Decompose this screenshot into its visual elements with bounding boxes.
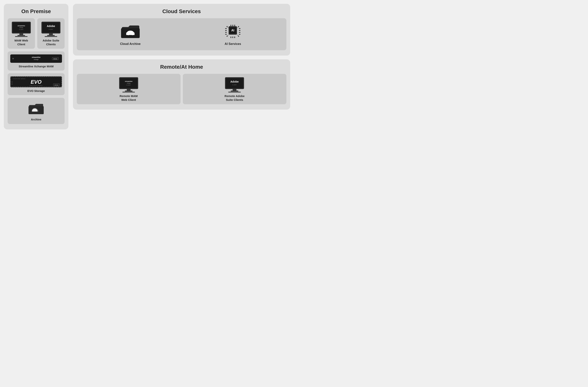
svg-rect-54 <box>239 28 240 29</box>
svg-rect-71 <box>127 89 130 91</box>
svg-rect-45 <box>232 25 233 26</box>
svg-rect-47 <box>231 37 231 38</box>
cloud-archive-icon <box>120 23 141 40</box>
svg-rect-13 <box>47 35 55 36</box>
svg-rect-56 <box>239 32 240 33</box>
cloud-archive-item: Cloud Archive <box>81 23 180 46</box>
cloud-inner: Cloud Archive AI <box>77 18 286 50</box>
svg-rect-12 <box>49 33 53 35</box>
svg-point-24 <box>12 81 13 82</box>
svg-text:streamline: streamline <box>18 25 25 27</box>
mam-monitor: streamline Xchange CLIENT <box>11 21 32 37</box>
svg-rect-72 <box>125 91 132 91</box>
remote-adobe-card: Adobe CLIENT Remote AdobeSuite Clients <box>183 74 287 104</box>
archive-label: Archive <box>31 118 41 121</box>
adobe-client-label: Adobe SuiteClients <box>42 39 59 46</box>
remote-adobe-monitor: Adobe CLIENT <box>224 76 245 93</box>
remote-mam-card: streamline Xchange CLIENT Remote MAMWeb … <box>77 74 181 104</box>
svg-rect-51 <box>225 30 227 31</box>
svg-rect-5 <box>19 33 23 35</box>
remote-streamline-monitor: streamline Xchange CLIENT <box>118 76 139 93</box>
streamline-monitor-svg: streamline Xchange CLIENT <box>11 21 32 37</box>
svg-rect-80 <box>228 92 241 92</box>
svg-text:Xchange: Xchange <box>19 27 23 28</box>
svg-rect-6 <box>18 35 25 36</box>
remote-inner: streamline Xchange CLIENT Remote MAMWeb … <box>77 74 286 104</box>
svg-rect-48 <box>232 37 233 38</box>
mam-client-card: streamline Xchange CLIENT MAM WebClient <box>8 18 35 49</box>
evo-server-card: SIGNATURE SERIES EVO studio network solu… <box>8 73 65 95</box>
cloud-archive-label: Cloud Archive <box>120 42 141 46</box>
svg-rect-40 <box>126 33 135 35</box>
svg-text:studio network solutions: studio network solutions <box>30 85 43 86</box>
svg-rect-73 <box>122 92 135 92</box>
mam-label: Streamline Xchange MAM <box>19 65 53 68</box>
remote-adobe-label: Remote AdobeSuite Clients <box>225 94 245 102</box>
main-layout: On Premise streamline Xchange CLIENT <box>4 4 290 129</box>
adobe-monitor: Adobe CLIENT <box>41 21 61 37</box>
svg-text:streamline: streamline <box>125 80 133 82</box>
right-col: Cloud Services Cloud Arch <box>73 4 290 110</box>
svg-rect-44 <box>231 25 231 26</box>
svg-rect-50 <box>225 28 227 29</box>
evo-label: EVO Storage <box>27 89 45 92</box>
svg-line-65 <box>237 35 238 36</box>
svg-rect-49 <box>234 37 235 38</box>
svg-rect-78 <box>233 89 236 91</box>
svg-text:ROSS: ROSS <box>55 84 59 86</box>
svg-rect-46 <box>234 25 235 26</box>
svg-text:EVO: EVO <box>31 79 42 85</box>
on-premise-panel: On Premise streamline Xchange CLIENT <box>4 4 68 129</box>
svg-text:AI: AI <box>231 29 234 32</box>
evo-svg: SIGNATURE SERIES EVO studio network solu… <box>11 76 62 87</box>
svg-text:CLIENT: CLIENT <box>19 29 23 30</box>
adobe-client-card: Adobe CLIENT Adobe SuiteClients <box>37 18 65 49</box>
svg-rect-52 <box>225 32 227 33</box>
svg-text:CLIENT: CLIENT <box>126 85 131 86</box>
remote-title: Remote/At Home <box>77 64 286 70</box>
mam-server-svg: streamline Xchange ROSS <box>10 54 62 63</box>
cloud-panel: Cloud Services Cloud Arch <box>73 4 290 56</box>
ai-services-label: AI Services <box>225 42 241 46</box>
svg-text:Adobe: Adobe <box>230 80 239 83</box>
ai-services-icon: AI <box>223 23 242 40</box>
svg-text:Xchange: Xchange <box>126 83 130 84</box>
ai-services-item: AI <box>183 23 283 46</box>
mam-server-card: streamline Xchange ROSS Streamline Xchan… <box>8 51 65 70</box>
svg-point-25 <box>12 84 13 85</box>
svg-line-62 <box>227 27 229 28</box>
remote-panel: Remote/At Home streamline Xchange CLIENT <box>73 59 290 110</box>
svg-point-16 <box>12 58 14 59</box>
svg-rect-53 <box>225 34 227 35</box>
adobe-monitor-svg: Adobe CLIENT <box>41 21 61 37</box>
svg-line-63 <box>237 27 238 28</box>
svg-text:CLIENT: CLIENT <box>49 29 53 30</box>
svg-rect-55 <box>239 30 240 31</box>
svg-rect-36 <box>32 110 38 112</box>
clients-row: streamline Xchange CLIENT MAM WebClient <box>8 18 65 49</box>
mam-server-device: streamline Xchange ROSS <box>10 54 62 63</box>
svg-rect-79 <box>231 91 238 91</box>
mam-client-label: MAM WebClient <box>14 39 28 46</box>
svg-rect-57 <box>239 34 240 35</box>
svg-line-64 <box>227 35 229 36</box>
on-premise-title: On Premise <box>8 8 65 14</box>
svg-text:streamline: streamline <box>32 56 41 58</box>
svg-text:CLIENT: CLIENT <box>232 84 237 85</box>
archive-card: Archive <box>8 98 65 124</box>
svg-text:SIGNATURE SERIES: SIGNATURE SERIES <box>13 78 25 79</box>
archive-folder-icon <box>28 102 45 116</box>
svg-rect-75 <box>226 78 243 88</box>
svg-text:Adobe: Adobe <box>47 24 55 28</box>
remote-mam-label: Remote MAMWeb Client <box>120 94 138 102</box>
svg-rect-7 <box>15 36 28 37</box>
evo-device: SIGNATURE SERIES EVO studio network solu… <box>10 76 62 87</box>
svg-text:Xchange: Xchange <box>33 59 39 60</box>
svg-rect-9 <box>42 23 60 33</box>
cloud-title: Cloud Services <box>77 8 286 14</box>
svg-rect-14 <box>45 36 57 37</box>
svg-text:ROSS: ROSS <box>53 58 57 60</box>
